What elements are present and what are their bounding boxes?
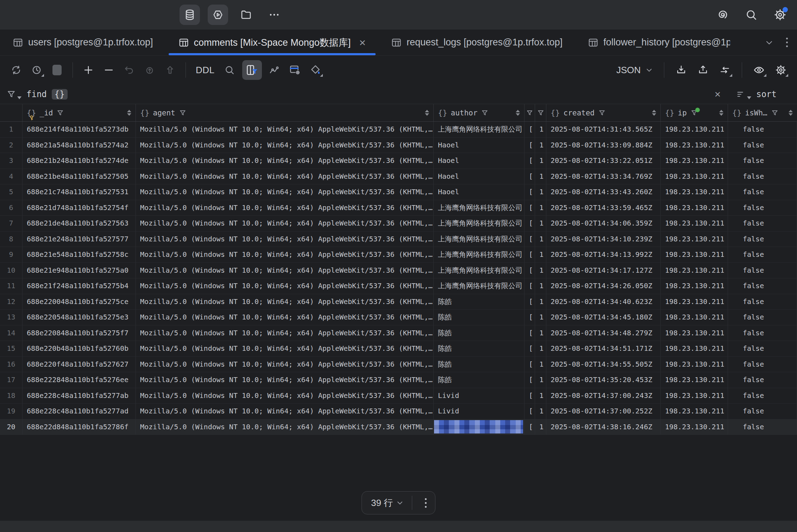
format-paint-button[interactable] — [308, 62, 323, 78]
table-row[interactable]: 14688e220848a110b1fa5275f7Mozilla/5.0 (W… — [0, 325, 797, 341]
table-row[interactable]: 10688e21e948a110b1fa5275a0Mozilla/5.0 (W… — [0, 263, 797, 279]
cell-agent[interactable]: Mozilla/5.0 (Windows NT 10.0; Win64; x64… — [136, 169, 434, 184]
cell-iswhispers[interactable]: false — [728, 404, 797, 419]
column-filter-icon[interactable] — [537, 109, 545, 117]
column-header-id[interactable]: {} _id — [23, 104, 136, 121]
table-row[interactable]: 2688e21a548a110b1fa5274a2Mozilla/5.0 (Wi… — [0, 138, 797, 153]
cell-ip[interactable]: 198.23.130.211 — [661, 310, 728, 325]
cell-created[interactable]: 2025-08-02T14:34:48.279Z — [546, 325, 661, 341]
table-row[interactable]: 13688e220548a110b1fa5275e3Mozilla/5.0 (W… — [0, 310, 797, 325]
cell-author[interactable]: Haoel — [434, 138, 525, 153]
more-tools-button[interactable] — [264, 5, 284, 25]
cell-created[interactable]: 2025-08-02T14:33:43.260Z — [546, 184, 661, 200]
find-query-chip[interactable]: {} — [52, 89, 68, 100]
cell-id[interactable]: 688e222848a110b1fa5276ee — [23, 372, 136, 388]
sort-toggle-icon[interactable] — [652, 110, 656, 116]
cell-created[interactable]: 2025-08-02T14:34:26.050Z — [546, 278, 661, 294]
row-count-dropdown[interactable]: 39 行 — [371, 497, 393, 509]
cell-iswhispers[interactable]: false — [728, 372, 797, 388]
row-number[interactable]: 4 — [0, 169, 23, 184]
submit-button[interactable] — [162, 62, 178, 78]
export-button[interactable] — [673, 62, 689, 78]
revert-button[interactable] — [142, 62, 157, 78]
cell-created[interactable]: 2025-08-02T14:31:43.565Z — [546, 122, 661, 137]
cell-iswhispers[interactable]: false — [728, 419, 797, 435]
table-settings-button[interactable] — [287, 62, 303, 78]
tab-request-logs[interactable]: request_logs [postgres@1p.trfox.top] — [378, 30, 575, 55]
column-filter-icon[interactable] — [690, 109, 698, 117]
cell-author[interactable]: 上海鹰角网络科技有限公司 — [434, 247, 525, 262]
cell-created[interactable]: 2025-08-02T14:33:34.769Z — [546, 169, 661, 184]
cell-iswhispers[interactable]: false — [728, 325, 797, 341]
cell-children-bracket[interactable]: [ — [525, 310, 535, 325]
table-row[interactable]: 4688e21be48a110b1fa527505Mozilla/5.0 (Wi… — [0, 169, 797, 185]
column-header-narrow-1[interactable] — [525, 104, 535, 121]
cell-children-bracket[interactable]: [ — [525, 388, 535, 404]
cell-author[interactable]: 上海鹰角网络科技有限公司 — [434, 200, 525, 216]
cell-id[interactable]: 688e220848a110b1fa5275f7 — [23, 325, 136, 341]
cell-created[interactable]: 2025-08-02T14:34:40.623Z — [546, 294, 661, 310]
column-header-narrow-2[interactable] — [535, 104, 546, 121]
table-row[interactable]: 8688e21e248a110b1fa527577Mozilla/5.0 (Wi… — [0, 232, 797, 247]
cell-agent[interactable]: Mozilla/5.0 (Windows NT 10.0; Win64; x64… — [136, 232, 434, 247]
cell-id[interactable]: 688e22d848a110b1fa52786f — [23, 419, 136, 435]
table-row[interactable]: 12688e220048a110b1fa5275ceMozilla/5.0 (W… — [0, 294, 797, 310]
files-button[interactable] — [236, 5, 256, 25]
row-number[interactable]: 9 — [0, 247, 23, 262]
grid-settings-button[interactable] — [773, 62, 789, 78]
cell-author[interactable]: 陈皓 — [434, 341, 525, 356]
sort-toggle-icon[interactable] — [127, 110, 131, 116]
cell-id[interactable]: 688e220048a110b1fa5275ce — [23, 294, 136, 310]
column-header-ip[interactable]: {} ip — [661, 104, 728, 121]
cell-agent[interactable]: Mozilla/5.0 (Windows NT 10.0; Win64; x64… — [136, 216, 434, 231]
cell-id[interactable]: 688e21be48a110b1fa527505 — [23, 169, 136, 184]
cell-id[interactable]: 688e21c748a110b1fa527531 — [23, 184, 136, 200]
table-row[interactable]: 3688e21b248a110b1fa5274deMozilla/5.0 (Wi… — [0, 153, 797, 169]
cell-children-bracket[interactable]: [ — [525, 341, 535, 356]
cell-agent[interactable]: Mozilla/5.0 (Windows NT 10.0; Win64; x64… — [136, 153, 434, 169]
cell-count[interactable]: 1 — [535, 404, 546, 419]
cell-iswhispers[interactable]: false — [728, 357, 797, 372]
sort-toggle-icon[interactable] — [789, 110, 793, 116]
row-number-header[interactable] — [0, 104, 23, 121]
cell-agent[interactable]: Mozilla/5.0 (Windows NT 10.0; Win64; x64… — [136, 294, 434, 310]
cell-id[interactable]: 688e214f48a110b1fa5273db — [23, 122, 136, 137]
cell-id[interactable]: 688e21e248a110b1fa527577 — [23, 232, 136, 247]
cell-created[interactable]: 2025-08-02T14:35:20.453Z — [546, 372, 661, 388]
cell-children-bracket[interactable]: [ — [525, 216, 535, 231]
search-in-grid-button[interactable] — [222, 62, 237, 78]
table-row[interactable]: 19688e228c48a110b1fa5277adMozilla/5.0 (W… — [0, 404, 797, 419]
cell-created[interactable]: 2025-08-02T14:37:00.243Z — [546, 388, 661, 404]
tab-options-kebab-icon[interactable] — [786, 38, 788, 47]
pagination-options-kebab-icon[interactable] — [420, 498, 432, 508]
cell-id[interactable]: 688e220b48a110b1fa52760b — [23, 341, 136, 356]
cell-ip[interactable]: 198.23.130.211 — [661, 278, 728, 294]
cell-created[interactable]: 2025-08-02T14:34:10.239Z — [546, 232, 661, 247]
cell-created[interactable]: 2025-08-02T14:34:06.359Z — [546, 216, 661, 231]
filter-view-button[interactable] — [242, 60, 262, 80]
sort-toggle-icon[interactable] — [425, 110, 429, 116]
cell-author[interactable]: Haoel — [434, 153, 525, 169]
history-button[interactable] — [29, 62, 44, 78]
cell-agent[interactable]: Mozilla/5.0 (Windows NT 10.0; Win64; x64… — [136, 325, 434, 341]
cell-children-bracket[interactable]: [ — [525, 138, 535, 153]
cell-count[interactable]: 1 — [535, 294, 546, 310]
ai-assistant-button[interactable] — [713, 6, 732, 24]
cell-author[interactable]: 陈皓 — [434, 325, 525, 341]
row-number[interactable]: 20 — [0, 419, 23, 435]
cell-id[interactable]: 688e220548a110b1fa5275e3 — [23, 310, 136, 325]
column-filter-icon[interactable] — [526, 109, 533, 117]
cell-id[interactable]: 688e21de48a110b1fa527563 — [23, 216, 136, 231]
cell-author[interactable]: 上海鹰角网络科技有限公司 — [434, 216, 525, 231]
cell-iswhispers[interactable]: false — [728, 247, 797, 262]
table-row[interactable]: 16688e220f48a110b1fa527627Mozilla/5.0 (W… — [0, 357, 797, 373]
cell-iswhispers[interactable]: false — [728, 341, 797, 356]
row-number[interactable]: 12 — [0, 294, 23, 310]
delete-row-button[interactable] — [101, 62, 117, 78]
cell-agent[interactable]: Mozilla/5.0 (Windows NT 10.0; Win64; x64… — [136, 419, 434, 435]
cell-agent[interactable]: Mozilla/5.0 (Windows NT 10.0; Win64; x64… — [136, 372, 434, 388]
cell-count[interactable]: 1 — [535, 216, 546, 231]
cell-agent[interactable]: Mozilla/5.0 (Windows NT 10.0; Win64; x64… — [136, 388, 434, 404]
table-row[interactable]: 18688e228c48a110b1fa5277abMozilla/5.0 (W… — [0, 388, 797, 404]
close-icon[interactable]: × — [359, 37, 366, 48]
